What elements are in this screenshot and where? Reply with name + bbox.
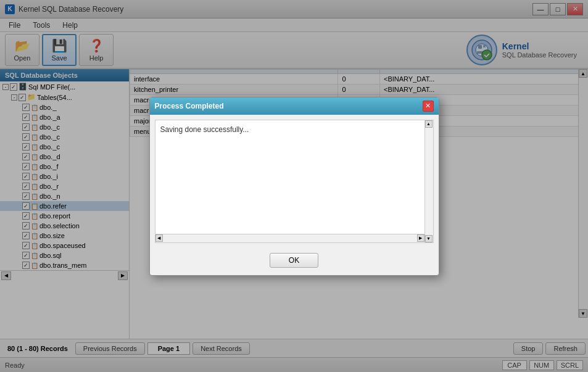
modal-scroll-up[interactable]: ▲ bbox=[425, 120, 433, 128]
modal-scroll-track bbox=[425, 128, 433, 235]
modal-message: Saving done successfully... bbox=[155, 120, 433, 139]
modal-scrollbar[interactable]: ▲ ▼ bbox=[424, 120, 433, 242]
modal-scroll-down[interactable]: ▼ bbox=[425, 235, 433, 242]
process-completed-modal: Process Completed ✕ Saving done successf… bbox=[149, 97, 439, 276]
modal-close-button[interactable]: ✕ bbox=[423, 101, 434, 112]
modal-hscrollbar[interactable]: ◀ ▶ bbox=[155, 234, 424, 242]
modal-overlay: Process Completed ✕ Saving done successf… bbox=[0, 0, 588, 372]
modal-footer: OK bbox=[150, 248, 439, 275]
modal-titlebar: Process Completed ✕ bbox=[150, 97, 439, 115]
modal-scroll-right[interactable]: ▶ bbox=[417, 234, 424, 242]
ok-button[interactable]: OK bbox=[270, 253, 318, 268]
modal-title: Process Completed bbox=[155, 102, 224, 110]
modal-content-area: Saving done successfully... ▲ ▼ ◀ ▶ bbox=[155, 120, 434, 243]
modal-hscroll-track bbox=[163, 234, 417, 242]
modal-scroll-left[interactable]: ◀ bbox=[155, 234, 163, 242]
